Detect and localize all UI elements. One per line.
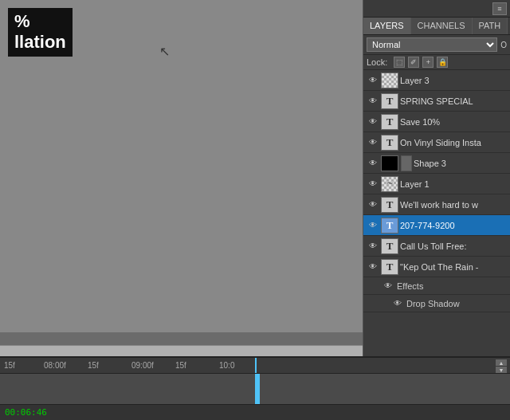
drop-shadow-row: 👁 Drop Shadow <box>363 295 510 312</box>
layer-visibility-icon[interactable]: 👁 <box>367 219 379 232</box>
layer-thumbnail: 〜 <box>381 176 398 192</box>
layer-item[interactable]: 👁 T SPRING SPECIAL <box>363 91 510 112</box>
timeline-ruler: 15f 08:00f 15f 09:00f 15f 10:0 ▲ ▼ <box>0 358 510 374</box>
layer-name: Layer 1 <box>400 179 507 189</box>
canvas-area: % llation ↖ <box>0 0 363 356</box>
timeline-nav-arrows: ▲ ▼ <box>496 359 507 373</box>
drop-shadow-visibility-icon[interactable]: 👁 <box>392 298 403 309</box>
tab-channels[interactable]: CHANNELS <box>411 18 473 34</box>
layer-mask-thumbnail <box>401 155 412 171</box>
right-panel: ≡ LAYERS CHANNELS PATH Normal Multiply S… <box>363 0 510 356</box>
main-content: % llation ↖ ≡ LAYERS CHANNELS PATH Norma… <box>0 0 510 356</box>
timecode-display: 00:06:46 <box>5 407 47 418</box>
effects-row: 👁 Effects <box>363 277 510 295</box>
layer-item[interactable]: 👁 T Save 10% <box>363 112 510 132</box>
canvas-hscroll[interactable] <box>0 345 363 356</box>
layer-visibility-icon[interactable]: 👁 <box>367 74 379 87</box>
effects-visibility-icon[interactable]: 👁 <box>382 281 394 292</box>
layer-visibility-icon[interactable]: 👁 <box>367 116 379 128</box>
layer-visibility-icon[interactable]: 👁 <box>367 95 379 108</box>
lock-position-icon[interactable]: ✐ <box>408 57 419 68</box>
lock-pixels-icon[interactable]: ⬚ <box>394 57 405 68</box>
layer-visibility-icon[interactable]: 👁 <box>367 136 379 149</box>
timeline-playhead[interactable] <box>255 358 257 373</box>
ruler-mark: 15f <box>175 361 186 370</box>
layer-item[interactable]: 👁 T "Kep Out The Rain - <box>363 257 510 277</box>
bottom-timeline: 15f 08:00f 15f 09:00f 15f 10:0 ▲ ▼ 00:06… <box>0 356 510 420</box>
layer-item[interactable]: 👁 Layer 3 <box>363 70 510 91</box>
lock-row: Lock: ⬚ ✐ + 🔒 <box>363 55 510 70</box>
layer-thumbnail: T <box>381 93 398 109</box>
canvas-text-overlay: % llation <box>8 8 73 57</box>
ruler-mark: 15f <box>4 361 15 370</box>
layer-name: Save 10% <box>400 117 507 127</box>
layer-name: We'll work hard to w <box>400 200 507 210</box>
tab-paths[interactable]: PATH <box>473 18 508 34</box>
effects-label: Effects <box>397 281 423 291</box>
panel-icon-bar: ≡ <box>363 0 510 18</box>
opacity-label: O <box>500 41 507 49</box>
ruler-mark: 10:0 <box>219 361 234 370</box>
ruler-mark: 08:00f <box>44 361 66 370</box>
timeline-track[interactable] <box>0 374 510 404</box>
layer-name: 207-774-9200 <box>400 221 507 230</box>
layer-thumbnail: T <box>381 114 398 130</box>
lock-label: Lock: <box>367 57 387 67</box>
timeline-bottom-bar: 00:06:46 <box>0 404 510 420</box>
ruler-mark: 15f <box>88 361 99 370</box>
layers-list: 👁 Layer 3 👁 T SPRING SPECIAL 👁 T Save 10… <box>363 70 510 356</box>
layer-thumbnail: T <box>381 259 398 275</box>
layer-thumbnail: T <box>381 218 398 234</box>
panel-tabs: LAYERS CHANNELS PATH <box>363 18 510 35</box>
layer-name: Shape 3 <box>414 159 507 168</box>
lock-lock-icon[interactable]: 🔒 <box>437 57 448 68</box>
layer-item[interactable]: 👁 〜 Layer 1 <box>363 174 510 194</box>
canvas-preview: % llation ↖ <box>0 0 363 332</box>
layer-visibility-icon[interactable]: 👁 <box>367 261 379 273</box>
layer-name: "Kep Out The Rain - <box>400 262 507 272</box>
layer-name: Layer 3 <box>400 76 507 85</box>
layer-thumbnail: T <box>381 135 398 151</box>
layer-name: SPRING SPECIAL <box>400 96 507 106</box>
timeline-blue-marker[interactable] <box>255 374 260 404</box>
blend-mode-select[interactable]: Normal Multiply Screen Overlay <box>367 37 497 52</box>
timeline-scroll-down[interactable]: ▼ <box>496 367 507 373</box>
layer-item-selected[interactable]: 👁 T 207-774-9200 <box>363 215 510 236</box>
ruler-mark: 09:00f <box>131 361 154 370</box>
canvas-text-line1: % <box>14 11 66 32</box>
timeline-scroll-up[interactable]: ▲ <box>496 359 507 366</box>
layer-visibility-icon[interactable]: 👁 <box>367 240 379 253</box>
layer-thumbnail: T <box>381 197 398 213</box>
tab-layers[interactable]: LAYERS <box>363 18 411 34</box>
blend-mode-row: Normal Multiply Screen Overlay O <box>363 35 510 55</box>
canvas-text-line2: llation <box>14 32 66 53</box>
layer-name: Call Us Toll Free: <box>400 241 507 251</box>
layer-thumbnail <box>381 73 398 88</box>
panel-menu-button[interactable]: ≡ <box>492 2 507 15</box>
layer-visibility-icon[interactable]: 👁 <box>367 178 379 190</box>
layer-item[interactable]: 👁 T We'll work hard to w <box>363 194 510 215</box>
drop-shadow-label: Drop Shadow <box>406 299 460 308</box>
layer-name: On Vinyl Siding Insta <box>400 138 507 147</box>
layer-item[interactable]: 👁 T Call Us Toll Free: <box>363 236 510 257</box>
layer-item[interactable]: 👁 Shape 3 <box>363 153 510 174</box>
layer-thumbnail <box>381 155 398 171</box>
layer-visibility-icon[interactable]: 👁 <box>367 157 379 170</box>
layer-thumbnail: T <box>381 238 398 254</box>
layer-item[interactable]: 👁 T On Vinyl Siding Insta <box>363 132 510 153</box>
lock-all-icon[interactable]: + <box>422 57 434 68</box>
layer-visibility-icon[interactable]: 👁 <box>367 198 379 211</box>
cursor-indicator: ↖ <box>159 44 170 59</box>
